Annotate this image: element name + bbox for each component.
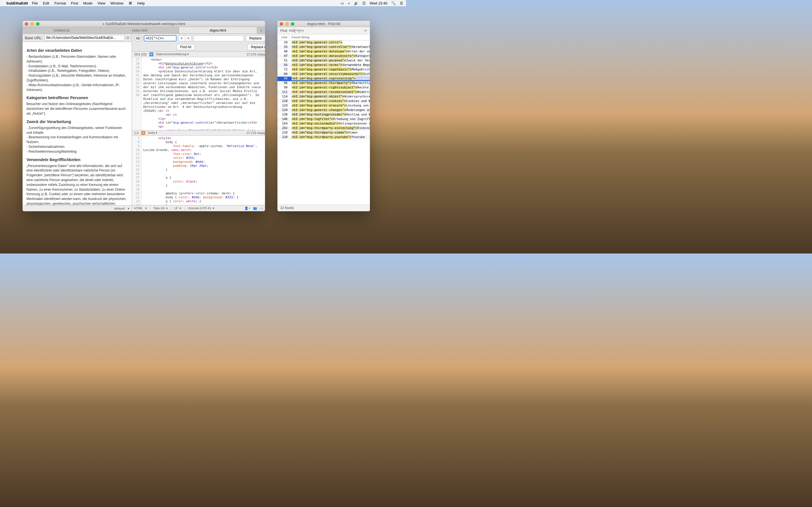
collab-add-icon[interactable]: 👤+ (245, 207, 250, 210)
find-result-row[interactable]: 99<h3 id="dsg-general-rightssubject">Rec… (277, 86, 370, 90)
wifi-icon[interactable]: ☲ (362, 1, 366, 5)
tabbar: Untitled.txt index.html dsgvo.html + (22, 27, 265, 34)
notification-center-icon[interactable]: ☰ (400, 1, 403, 5)
titlebar[interactable]: dsgvo.html - Find All (277, 21, 370, 27)
find-columns: Line Found String (277, 34, 370, 41)
find-result-row[interactable]: 56<h3 id="dsg-general-terms">Verwendete … (277, 63, 370, 68)
spotlight-icon[interactable]: 🔍 (391, 1, 396, 5)
char-count: 27.275 characters (247, 53, 265, 56)
code-editor-top[interactable]: 27282930313233343536 <body> <h2>Datensch… (132, 57, 265, 130)
encoding-select[interactable]: Unicode (UTF-8) ▾ (188, 207, 214, 210)
find-result-row[interactable]: 118<h3 id="dsg-general-cookies">Cookies … (277, 99, 370, 104)
menu-mode[interactable]: Mode (83, 1, 93, 5)
titlebar[interactable]: ● SubEthaEdit-Website/subethaedit.net/ds… (22, 21, 265, 27)
find-result-row[interactable]: 47<h3 id="dsg-general-datasubjects">Kate… (277, 54, 370, 59)
find-result-row[interactable]: 51<h3 id="dsg-general-purpose">Zweck der… (277, 59, 370, 63)
bluetooth-icon[interactable]: ᚜ (348, 1, 350, 5)
close-button[interactable] (25, 22, 28, 25)
find-prev-button[interactable]: < (178, 35, 185, 41)
replace-all-button[interactable]: Replace All (247, 44, 265, 50)
preview-heading: Arten der verarbeiteten Daten (27, 48, 128, 53)
breadcrumb[interactable]: body ▾ (148, 131, 157, 135)
breadcrumb[interactable]: Datenschutzerklärung ▾ (156, 52, 189, 56)
collab-users-icon[interactable]: 👥 (253, 207, 257, 210)
replace-field[interactable] (193, 35, 244, 41)
preview-text: „Personenbezogene Daten" sind alle Infor… (27, 164, 128, 206)
window-title: ● SubEthaEdit-Website/subethaedit.net/ds… (102, 22, 185, 26)
cursor-pos: 28:6 (20) (134, 53, 147, 56)
app-name[interactable]: SubEthaEdit (6, 1, 28, 5)
find-result-row[interactable]: 40<h3 id="dsg-general-datatype">Arten de… (277, 50, 370, 54)
code-content[interactable]: <body> <h2>Datenschutzerklärung</h2> <h3… (142, 57, 265, 130)
tabs-select[interactable]: Tabs (4) ▾ (153, 207, 168, 210)
regex-toggle-icon[interactable]: RE (134, 35, 142, 42)
add-tab-button[interactable]: + (257, 27, 265, 34)
menubar: SubEthaEdit File Edit Format Find Mode V… (0, 0, 406, 6)
menu-help[interactable]: Help (137, 1, 145, 5)
find-result-row[interactable]: 129<h3 id="dsg-general-erasure">Löschung… (277, 104, 370, 108)
menu-file[interactable]: File (32, 1, 38, 5)
find-result-row[interactable]: 114<h3 id="dsg-general-object">Widerspru… (277, 95, 370, 99)
minimize-button[interactable] (31, 22, 34, 25)
code-content[interactable]: <style> body { font-family: -apple-syste… (142, 136, 265, 205)
lang-badge[interactable]: T (141, 131, 145, 135)
zoom-button[interactable] (36, 22, 40, 25)
lineend-select[interactable]: LF ▾ (174, 207, 181, 210)
find-result-row[interactable]: 154<h3 id="dsg-socialmedia">Onlinepräsen… (277, 122, 370, 126)
menu-view[interactable]: View (98, 1, 105, 5)
menu-find[interactable]: Find (71, 1, 78, 5)
find-query-display: Find: <h3[^>]+> (280, 29, 304, 33)
find-next-button[interactable]: > (185, 35, 192, 41)
find-result-row[interactable]: 202<h3 id="dsg-thirdparty-einleitung">Ei… (277, 126, 370, 131)
refresh-icon[interactable]: ⟳ (126, 36, 130, 40)
menu-edit[interactable]: Edit (43, 1, 49, 5)
col-found[interactable]: Found String (289, 34, 370, 40)
find-result-row[interactable]: 134<h3 id="dsg-general-changes">Änderung… (277, 108, 370, 113)
find-result-row[interactable]: 210<h3 id="dsg-thirdparty-vimeo">Vimeo (277, 131, 370, 135)
find-result-row[interactable]: 72<h3 id="dsg-general-legalbasis">Maßgeb… (277, 68, 370, 72)
refresh-icon[interactable]: ⟳ (364, 29, 367, 33)
zoom-button[interactable] (291, 22, 294, 25)
tab-untitled[interactable]: Untitled.txt (22, 27, 101, 34)
tab-dsgvo[interactable]: dsgvo.html (179, 27, 257, 34)
base-url-label: Base URL: (25, 36, 43, 40)
find-result-row[interactable]: 29<h3 id="dsg-general-intro"> (277, 41, 370, 45)
find-result-row[interactable]: 96<h3 id="dsg-general-thirdparty">Übermi… (277, 81, 370, 86)
volume-icon[interactable]: 🔊 (354, 1, 358, 5)
editor-status-top: 28:6 (20) H Datenschutzerklärung ▾ 27.27… (132, 52, 265, 57)
find-result-row[interactable]: 146<h3 id="dsg-logfiles">Erhebung von Zu… (277, 117, 370, 122)
preview-text: - Bestandsdaten (z.B., Personen-Stammdat… (27, 54, 128, 92)
find-result-row[interactable]: 111<h3 id="dsg-general-revokeconsent">Wi… (277, 90, 370, 95)
bottom-status-bar: HTML ▾| Tabs (4) ▾| LF ▾| Unicode (UTF-8… (132, 205, 265, 211)
broadcast-icon[interactable]: •)) (260, 207, 263, 210)
lang-badge[interactable]: H (149, 52, 153, 56)
find-result-row[interactable]: 138<h3 id="dsg-hostingprovider">Hosting … (277, 113, 370, 117)
preview-pane[interactable]: Arten der verarbeiteten Daten - Bestands… (22, 42, 132, 205)
close-button[interactable] (280, 22, 283, 25)
find-result-row[interactable]: 84<h3 id="dsg-general-securitymeasures">… (277, 72, 370, 76)
clock[interactable]: Wed 15:40 (370, 1, 388, 5)
find-result-row[interactable]: 90<h3 id="dsg-general-coprocessing">Zusa… (277, 76, 370, 81)
find-footer: 22 found. (277, 205, 370, 211)
find-result-row[interactable]: 220<h3 id="dsg-thirdparty-youtube">Youtu… (277, 135, 370, 140)
replace-button[interactable]: Replace (246, 35, 265, 41)
menu-script-icon[interactable]: ⌘ (129, 1, 132, 5)
base-url-field[interactable] (44, 35, 124, 41)
airplay-icon[interactable]: ▭ (341, 1, 344, 5)
tab-index[interactable]: index.html (101, 27, 179, 34)
code-editor-bottom[interactable]: 7891011121314151617181920212223242526 <s… (132, 136, 265, 205)
find-field[interactable] (144, 35, 176, 41)
preview-delayed[interactable]: delayed (114, 207, 125, 210)
gutter: 27282930313233343536 (132, 57, 142, 130)
find-all-button[interactable]: Find All (176, 44, 195, 50)
menu-window[interactable]: Window (110, 1, 123, 5)
find-result-row[interactable]: 33<h3 id="dsg-general-controller">Verant… (277, 45, 370, 50)
col-line[interactable]: Line (277, 34, 289, 40)
editor-status-mid: 1:0 T body ▾ 27.275 characters (132, 130, 265, 136)
window-title: dsgvo.html - Find All (307, 22, 340, 26)
find-results[interactable]: 29<h3 id="dsg-general-intro">33<h3 id="d… (277, 41, 370, 205)
menu-format[interactable]: Format (54, 1, 66, 5)
lang-select[interactable]: HTML ▾ (134, 207, 147, 210)
minimize-button[interactable] (285, 22, 289, 25)
cursor-pos: 1:0 (134, 131, 139, 135)
